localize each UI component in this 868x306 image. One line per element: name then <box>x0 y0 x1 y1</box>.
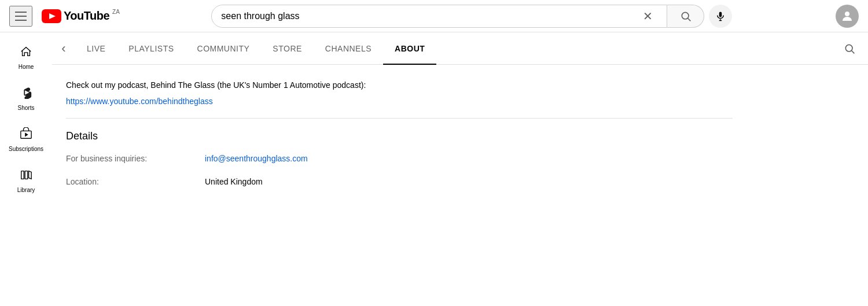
main-content: ‹ LIVE PLAYLISTS COMMUNITY STORE CHANNEL… <box>52 32 868 214</box>
home-icon <box>20 45 32 60</box>
sidebar-item-subscriptions[interactable]: Subscriptions <box>0 119 52 160</box>
search-bar: ✕ <box>211 5 667 28</box>
search-icon <box>680 10 692 22</box>
business-email-link[interactable]: info@seenthroughglass.com <box>205 154 308 163</box>
business-inquiry-label: For business inquiries: <box>66 154 205 163</box>
sidebar-item-shorts[interactable]: Shorts <box>0 78 52 119</box>
mic-icon <box>715 11 726 21</box>
channel-search-button[interactable] <box>838 37 861 60</box>
details-title: Details <box>66 130 733 142</box>
subscriptions-label: Subscriptions <box>9 146 43 152</box>
library-label: Library <box>17 187 35 193</box>
logo[interactable]: YouTube ZA <box>42 9 120 23</box>
sidebar: Home Shorts Subscriptions <box>0 32 52 306</box>
logo-text: YouTube <box>64 9 109 23</box>
clear-search-button[interactable]: ✕ <box>643 9 653 23</box>
library-icon <box>20 168 32 183</box>
tab-channels[interactable]: CHANNELS <box>314 32 383 65</box>
svg-marker-13 <box>29 171 32 179</box>
youtube-logo-icon <box>42 9 61 23</box>
menu-button[interactable] <box>9 6 32 27</box>
home-label: Home <box>19 64 34 70</box>
tab-live[interactable]: LIVE <box>75 32 117 65</box>
subscriptions-icon <box>20 127 32 142</box>
channel-tabs: ‹ LIVE PLAYLISTS COMMUNITY STORE CHANNEL… <box>52 32 868 65</box>
search-submit-button[interactable] <box>667 5 704 28</box>
tab-community[interactable]: COMMUNITY <box>186 32 262 65</box>
svg-point-7 <box>845 12 849 16</box>
svg-line-15 <box>852 50 855 53</box>
user-avatar-button[interactable] <box>836 5 859 28</box>
shorts-label: Shorts <box>18 105 35 111</box>
header: YouTube ZA ✕ <box>0 0 868 32</box>
location-value: United Kingdom <box>205 177 263 186</box>
svg-point-14 <box>845 45 852 51</box>
description-line1: Check out my podcast, Behind The Glass (… <box>66 79 733 91</box>
tab-about[interactable]: ABOUT <box>383 32 436 65</box>
avatar-icon <box>840 9 854 23</box>
svg-marker-10 <box>25 132 28 137</box>
shorts-icon <box>20 86 32 101</box>
details-section: Details For business inquiries: info@see… <box>66 130 733 186</box>
tab-store[interactable]: STORE <box>261 32 313 65</box>
chevron-left-icon: ‹ <box>61 41 65 56</box>
header-right <box>836 5 859 28</box>
svg-line-3 <box>688 18 691 21</box>
svg-rect-4 <box>719 12 722 17</box>
svg-point-2 <box>682 12 689 19</box>
logo-country: ZA <box>112 9 120 15</box>
location-row: Location: United Kingdom <box>66 177 733 186</box>
svg-rect-12 <box>25 171 28 179</box>
search-area: ✕ <box>211 5 732 28</box>
tab-scroll-left-button[interactable]: ‹ <box>52 37 75 60</box>
business-inquiry-row: For business inquiries: info@seenthrough… <box>66 154 733 163</box>
voice-search-button[interactable] <box>709 5 732 28</box>
about-section: Check out my podcast, Behind The Glass (… <box>52 65 746 214</box>
description-link[interactable]: https://www.youtube.com/behindtheglass <box>66 97 213 106</box>
tab-playlists[interactable]: PLAYLISTS <box>117 32 185 65</box>
sidebar-item-library[interactable]: Library <box>0 160 52 201</box>
search-input[interactable] <box>221 11 643 21</box>
search-icon <box>844 43 855 54</box>
location-label: Location: <box>66 177 205 186</box>
sidebar-item-home[interactable]: Home <box>0 37 52 78</box>
clear-icon: ✕ <box>643 9 653 23</box>
content-divider <box>66 118 733 119</box>
header-left: YouTube ZA <box>9 6 160 27</box>
svg-rect-11 <box>21 171 24 179</box>
